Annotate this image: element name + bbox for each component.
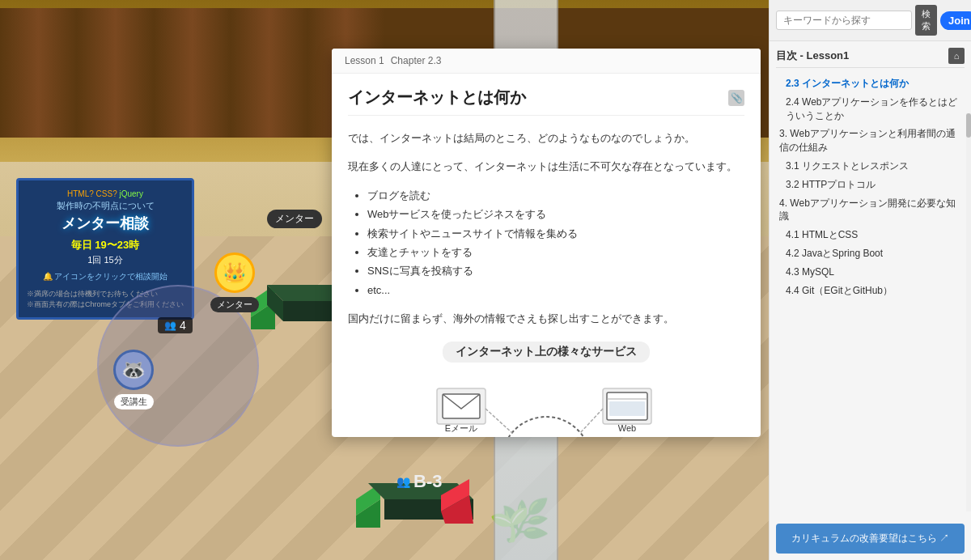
list-item: etc... [367,281,744,299]
desk-b3: 👥 B-3 [348,463,477,536]
toc-item-4-4[interactable]: 4.4 Git（EGitとGitHub） [776,282,965,300]
b3-label-area: 👥 B-3 [396,471,442,492]
toc-item-2-3[interactable]: 2.3 インターネットとは何か [776,74,965,93]
toc-section-4[interactable]: 4. Webアプリケーション開発に必要な知識 [776,194,965,227]
toc-item-4-2[interactable]: 4.2 JavaとSpring Boot [776,244,965,263]
search-input[interactable] [776,11,912,30]
mentor-avatar[interactable]: 👑 [214,252,255,293]
board-main-title: メンター相談 [27,214,184,233]
toc-section-3[interactable]: 3. Webアプリケーションと利用者間の通信の仕組み [776,125,965,157]
svg-line-27 [486,409,512,433]
lesson-title-row: インターネットとは何か 📎 [348,87,744,116]
board-time: 毎日 19〜23時 [27,238,184,252]
svg-text:Web: Web [618,423,636,433]
toc-item-4-3[interactable]: 4.3 MySQL [776,263,965,282]
lesson-para2: 現在多くの人達にとって、インターネットは生活に不可欠な存在となっています。 [348,157,744,176]
list-item: Webサービスを使ったビジネスをする [367,205,744,223]
breadcrumb-chapter: Chapter 2.3 [391,55,442,66]
board-subtitle: 製作時の不明点について [27,200,184,212]
lesson-title-text: インターネットとは何か [348,87,526,108]
mentor-character[interactable]: 👑 メンター [210,252,259,312]
scrollbar-track[interactable] [966,113,971,511]
diagram-title: インターネット上の様々なサービス [443,342,650,363]
toc-header-label: 目次 - Lesson1 [776,49,849,63]
toc-item-3-1[interactable]: 3.1 リクエストとレスポンス [776,157,965,176]
num-badge: 👥 4 [158,317,193,333]
diagram-svg: インターネット Eメール Web 📞 IP電話 [392,372,700,437]
list-item: 友達とチャットをする [367,243,744,261]
avatar-area: 👑 メンター 🦝 受講生 👥 4 [81,252,307,479]
right-panel: 検索 Join ⤢ 目次 - Lesson1 ⌂ 2.3 インターネットとは何か… [769,0,971,560]
svg-rect-21 [609,401,645,416]
svg-point-13 [502,417,591,437]
toc-home-icon[interactable]: ⌂ [948,48,965,64]
mentor-label: メンター [210,297,259,312]
student-label: 受講生 [114,394,154,409]
list-item: SNSに写真を投稿する [367,261,744,280]
toc-item-2-4[interactable]: 2.4 Webアプリケーションを作るとはどういうことか [776,93,965,125]
curriculum-button[interactable]: カリキュラムの改善要望はこちら ↗ [776,524,965,554]
list-item: ブログを読む [367,186,744,205]
svg-text:Eメール: Eメール [445,423,477,433]
student-avatar[interactable]: 🦝 [113,350,154,390]
num-badge-value: 4 [180,319,186,332]
lesson-content: インターネットとは何か 📎 では、インターネットは結局のところ、どのようなものな… [332,74,761,437]
internet-diagram: インターネット上の様々なサービス インターネット Eメール Web 📞 [348,342,744,437]
search-button[interactable]: 検索 [915,5,937,36]
student-character[interactable]: 🦝 受講生 [113,350,154,409]
mentor-board-title-area: HTML? CSS? jQuery 製作時の不明点について メンター相談 [27,189,184,233]
right-panel-header: 検索 Join ⤢ [770,0,971,41]
toc-item-4-1[interactable]: 4.1 HTMLとCSS [776,226,965,244]
toc-header: 目次 - Lesson1 ⌂ [776,48,965,68]
mentor-popup: メンター [267,210,322,228]
toc-panel: 目次 - Lesson1 ⌂ 2.3 インターネットとは何か 2.4 Webアプ… [770,41,971,517]
breadcrumb-lesson: Lesson 1 [345,55,384,66]
b3-label: B-3 [413,471,442,492]
lesson-breadcrumb: Lesson 1 Chapter 2.3 [332,49,761,74]
lesson-list: ブログを読む Webサービスを使ったビジネスをする 検索サイトやニュースサイトで… [348,186,744,299]
lesson-title-icon: 📎 [728,90,744,106]
join-button[interactable]: Join [940,11,971,30]
mentor-popup-label: メンター [275,213,314,224]
board-tags: HTML? CSS? jQuery [67,189,143,198]
lesson-panel: Lesson 1 Chapter 2.3 インターネットとは何か 📎 では、イン… [332,49,761,437]
scrollbar-thumb[interactable] [966,113,971,138]
svg-line-28 [580,409,603,433]
toc-item-3-2[interactable]: 3.2 HTTPプロトコル [776,176,965,194]
list-item: 検索サイトやニュースサイトで情報を集める [367,224,744,243]
lesson-para1: では、インターネットは結局のところ、どのようなものなのでしょうか。 [348,129,744,147]
lesson-para3: 国内だけに留まらず、海外の情報でさえも探し出すことができます。 [348,309,744,328]
